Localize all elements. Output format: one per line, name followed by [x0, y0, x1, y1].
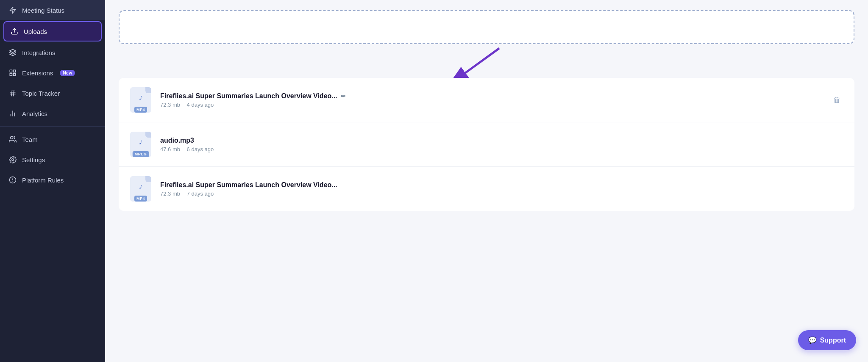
- person-icon: [8, 135, 17, 144]
- file-name-1: Fireflies.ai Super Summaries Launch Over…: [160, 92, 822, 100]
- file-list: ♪ MP4 Fireflies.ai Super Summaries Launc…: [119, 78, 854, 211]
- layers-icon: [8, 48, 17, 57]
- upload-icon: [10, 27, 19, 36]
- delete-button-1[interactable]: 🗑: [830, 94, 844, 106]
- sidebar-item-platform-rules-label: Platform Rules: [22, 177, 64, 184]
- extensions-badge: New: [60, 70, 75, 76]
- sidebar-item-team[interactable]: Team: [0, 129, 105, 149]
- file-icon-mp4-1: ♪ MP4: [129, 86, 153, 113]
- sidebar-item-uploads-label: Uploads: [24, 28, 47, 35]
- sidebar-item-analytics-label: Analytics: [22, 110, 47, 117]
- bar-chart-icon: [8, 109, 17, 118]
- lightning-icon: [8, 6, 17, 14]
- sidebar-item-integrations[interactable]: Integrations: [0, 42, 105, 63]
- svg-point-14: [11, 136, 13, 139]
- svg-marker-0: [10, 7, 16, 14]
- file-meta-1: 72.3 mb 4 days ago: [160, 102, 822, 108]
- file-icon-mp4-2: ♪ MP4: [129, 175, 153, 202]
- svg-point-15: [12, 159, 14, 161]
- grid-icon: [8, 69, 17, 77]
- svg-rect-5: [14, 74, 16, 76]
- svg-rect-4: [14, 70, 16, 72]
- gear-icon: [8, 155, 17, 164]
- file-name-2: audio.mp3: [160, 137, 844, 144]
- svg-line-20: [465, 48, 499, 73]
- hash-icon: [8, 89, 17, 97]
- sidebar-item-team-label: Team: [22, 136, 38, 143]
- sidebar: Meeting Status Uploads Integrations Exte…: [0, 0, 105, 362]
- sidebar-item-settings[interactable]: Settings: [0, 149, 105, 170]
- sidebar-item-topic-tracker[interactable]: Topic Tracker: [0, 83, 105, 103]
- file-info-2: audio.mp3 47.6 mb 6 days ago: [160, 137, 844, 152]
- sidebar-item-extensions-label: Extensions: [22, 69, 53, 77]
- file-info-1: Fireflies.ai Super Summaries Launch Over…: [160, 92, 822, 108]
- file-icon-mpeg: ♪ MPEG: [129, 131, 153, 158]
- sidebar-divider-1: [0, 126, 105, 127]
- pointer-arrow: [453, 44, 504, 78]
- sidebar-item-meeting-status-label: Meeting Status: [22, 7, 64, 14]
- svg-line-10: [14, 90, 14, 96]
- sidebar-item-settings-label: Settings: [22, 156, 45, 163]
- sidebar-item-extensions[interactable]: Extensions New: [0, 63, 105, 83]
- sidebar-item-platform-rules[interactable]: Platform Rules: [0, 170, 105, 190]
- svg-rect-6: [10, 74, 12, 76]
- sidebar-item-integrations-label: Integrations: [22, 49, 55, 56]
- table-row: ♪ MPEG audio.mp3 47.6 mb 6 days ago: [119, 122, 854, 167]
- info-circle-icon: [8, 176, 17, 184]
- svg-line-9: [11, 90, 12, 96]
- file-info-3: Fireflies.ai Super Summaries Launch Over…: [160, 181, 844, 197]
- file-meta-3: 72.3 mb 7 days ago: [160, 191, 844, 197]
- file-name-3: Fireflies.ai Super Summaries Launch Over…: [160, 181, 844, 189]
- main-content: ♪ MP4 Fireflies.ai Super Summaries Launc…: [105, 0, 868, 362]
- sidebar-item-meeting-status[interactable]: Meeting Status: [0, 0, 105, 20]
- table-row: ♪ MP4 Fireflies.ai Super Summaries Launc…: [119, 167, 854, 211]
- sidebar-item-topic-tracker-label: Topic Tracker: [22, 90, 60, 97]
- sidebar-item-uploads[interactable]: Uploads: [3, 21, 102, 41]
- table-row: ♪ MP4 Fireflies.ai Super Summaries Launc…: [119, 78, 854, 122]
- arrow-container: [105, 44, 868, 78]
- sidebar-item-analytics[interactable]: Analytics: [0, 103, 105, 124]
- support-chat-icon: 💬: [808, 336, 817, 344]
- edit-icon-1[interactable]: ✏: [341, 93, 346, 99]
- svg-marker-2: [10, 50, 16, 53]
- svg-rect-3: [10, 70, 12, 72]
- file-meta-2: 47.6 mb 6 days ago: [160, 146, 844, 152]
- support-button[interactable]: 💬 Support: [798, 330, 856, 350]
- upload-drop-zone[interactable]: [119, 10, 854, 44]
